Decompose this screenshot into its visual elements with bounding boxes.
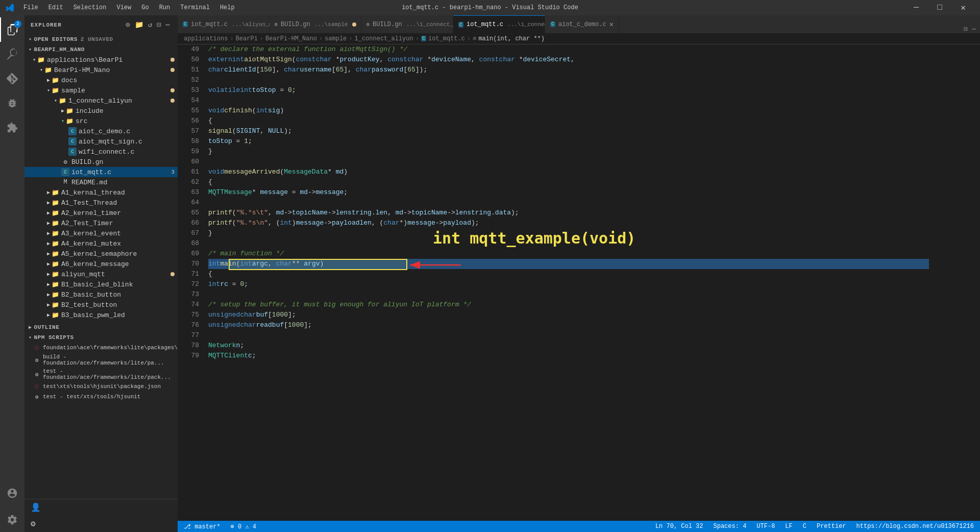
tree-item-a2kernel[interactable]: ▶ 📁 A2_kernel_timer xyxy=(24,208,178,218)
menu-help[interactable]: Help xyxy=(216,3,239,12)
code-editor[interactable]: 4950515253545556575859606162636465666768… xyxy=(178,44,980,521)
menu-selection[interactable]: Selection xyxy=(69,3,111,12)
npm-scripts-header[interactable]: ▾ NPM SCRIPTS xyxy=(24,332,178,343)
activity-git[interactable] xyxy=(0,66,24,91)
npm-folder-2[interactable]: ⬡ test\xts\tools\hjsunit\package.json xyxy=(24,381,178,392)
activity-extensions[interactable] xyxy=(0,115,24,140)
breadcrumb-bearpi[interactable]: BearPi xyxy=(236,35,258,42)
menu-edit[interactable]: Edit xyxy=(44,3,67,12)
tree-arrow: ▶ xyxy=(61,108,64,114)
breadcrumb-bearpi-hm[interactable]: BearPi-HM_Nano xyxy=(265,35,317,42)
sidebar-header-icons[interactable]: ⊕ 📁 ↺ ⊟ ⋯ xyxy=(125,19,172,30)
more-icon[interactable]: ⋯ xyxy=(165,19,172,30)
menu-terminal[interactable]: Terminal xyxy=(176,3,214,12)
menu-run[interactable]: Run xyxy=(155,3,175,12)
tree-arrow: ▶ xyxy=(47,281,50,287)
tree-item-include[interactable]: ▶ 📁 include xyxy=(24,106,178,116)
activity-search[interactable] xyxy=(0,42,24,66)
tree-item-a5kernel[interactable]: ▶ 📁 A5_kernel_semaphore xyxy=(24,249,178,259)
titlebar-menu[interactable]: File Edit Selection View Go Run Terminal… xyxy=(19,3,239,12)
menu-go[interactable]: Go xyxy=(137,3,153,12)
refresh-icon[interactable]: ↺ xyxy=(147,19,154,30)
tab-right-icons[interactable]: ⊟ ⋯ xyxy=(964,25,980,33)
account-icon: 👤 xyxy=(31,502,41,513)
tree-item-a3kernel[interactable]: ▶ 📁 A3_kernel_event xyxy=(24,228,178,238)
breadcrumb-sample[interactable]: sample xyxy=(325,35,347,42)
code-line: int main(int argc, char** argv) xyxy=(208,259,929,269)
split-editor-icon[interactable]: ⊟ xyxy=(964,25,968,33)
tab-label: BUILD.gn xyxy=(373,21,402,28)
minimap[interactable] xyxy=(929,44,980,521)
tab-iot-mqtt-1connect[interactable]: C iot_mqtt.c ...\1_connect_aliyun xyxy=(453,15,545,33)
tree-item-aliyun[interactable]: ▶ 📁 aliyun_mqtt xyxy=(24,269,178,279)
tree-item-applications[interactable]: ▾ 📁 applications\BearPi xyxy=(24,55,178,65)
tab-iot-mqtt-aliyun[interactable]: C iot_mqtt.c ...\aliyun_mqtt ✕ xyxy=(178,15,270,33)
tab-aiot-demo[interactable]: C aiot_c_demo.c ✕ xyxy=(545,15,619,33)
npm-script-test[interactable]: ⚙ test - foundation/ace/frameworks/lite/… xyxy=(24,367,178,381)
tree-item-src[interactable]: ▾ 📁 src xyxy=(24,116,178,126)
npm-script-test2[interactable]: ⚙ test - test/xts/tools/hjsunit xyxy=(24,392,178,402)
tree-item-a4kernel[interactable]: ▶ 📁 A4_kernel_mutex xyxy=(24,238,178,249)
code-content[interactable]: /* declare the external function aiotMqt… xyxy=(203,44,929,521)
more-actions-icon[interactable]: ⋯ xyxy=(972,25,976,33)
outline-header[interactable]: ▶ OUTLINE xyxy=(24,322,178,332)
cursor-position[interactable]: Ln 70, Col 32 xyxy=(653,523,705,530)
titlebar-controls[interactable]: ─ □ ✕ xyxy=(904,0,975,15)
spaces[interactable]: Spaces: 4 xyxy=(712,523,749,530)
activity-settings[interactable] xyxy=(0,507,24,532)
activity-explorer[interactable]: 2 xyxy=(0,17,24,42)
error-warning-count[interactable]: ⊗ 0 ⚠ 4 xyxy=(229,523,258,530)
line-number: 63 xyxy=(178,187,199,198)
tree-item-aiot-demo[interactable]: C aiot_c_demo.c xyxy=(24,126,178,136)
encoding[interactable]: UTF-8 xyxy=(754,523,777,530)
tree-item-aiot-mqtt-sign[interactable]: C aiot_mqtt_sign.c xyxy=(24,136,178,147)
breadcrumb-sep: › xyxy=(319,35,323,42)
tree-item-iot-mqtt[interactable]: C iot_mqtt.c 3 xyxy=(24,167,178,177)
tabs-bar: C iot_mqtt.c ...\aliyun_mqtt ✕ ⚙ BUILD.g… xyxy=(178,15,980,33)
tab-build-sample[interactable]: ⚙ BUILD.gn ...\sample xyxy=(270,15,361,33)
breadcrumb-iot-mqtt[interactable]: iot_mqtt.c xyxy=(428,35,465,42)
tree-item-buildgn[interactable]: ⚙ BUILD.gn xyxy=(24,157,178,167)
activity-account[interactable] xyxy=(0,481,24,505)
language-mode[interactable]: C xyxy=(801,523,808,530)
new-file-icon[interactable]: ⊕ xyxy=(125,19,131,30)
minimize-button[interactable]: ─ xyxy=(904,0,928,15)
git-branch[interactable]: ⎇ master* xyxy=(182,523,223,530)
new-folder-icon[interactable]: 📁 xyxy=(134,19,145,30)
tree-item-readme[interactable]: M README.md xyxy=(24,177,178,187)
menu-view[interactable]: View xyxy=(112,3,135,12)
breadcrumb-func[interactable]: main(int, char **) xyxy=(478,35,545,42)
tree-item-a6kernel[interactable]: ▶ 📁 A6_kernel_message xyxy=(24,259,178,269)
npm-folder-1[interactable]: ⬡ foundation\ace\frameworks\lite\package… xyxy=(24,343,178,353)
npm-script-build[interactable]: ⚙ build - foundation/ace/frameworks/lite… xyxy=(24,353,178,367)
tree-item-a1test[interactable]: ▶ 📁 A1_Test_Thread xyxy=(24,198,178,208)
menu-file[interactable]: File xyxy=(19,3,42,12)
tree-item-1connect[interactable]: ▾ 📁 1_connect_aliyun xyxy=(24,95,178,106)
tab-close-button[interactable]: ✕ xyxy=(609,20,614,29)
formatter[interactable]: Prettier xyxy=(815,523,848,530)
blog-link[interactable]: https://blog.csdn.net/u013671216 xyxy=(854,523,976,530)
collapse-icon[interactable]: ⊟ xyxy=(156,19,162,30)
project-header[interactable]: ▾ BEARPI_HM_NANO xyxy=(24,44,178,55)
tree-item-a2test[interactable]: ▶ 📁 A2_Test_Timer xyxy=(24,218,178,228)
settings-item[interactable]: ⚙ xyxy=(24,516,178,532)
tree-item-wifi-connect[interactable]: C wifi_connect.c xyxy=(24,147,178,157)
line-ending[interactable]: LF xyxy=(783,523,794,530)
tree-item-a1kernal[interactable]: ▶ 📁 A1_kernal_thread xyxy=(24,187,178,198)
maximize-button[interactable]: □ xyxy=(928,0,951,15)
tree-item-docs[interactable]: ▶ 📁 docs xyxy=(24,75,178,85)
tree-item-bearpi[interactable]: ▾ 📁 BearPi-HM_Nano xyxy=(24,65,178,75)
tree-item-sample[interactable]: ▾ 📁 sample xyxy=(24,85,178,95)
close-button[interactable]: ✕ xyxy=(951,0,975,15)
tab-build-1connect[interactable]: ⚙ BUILD.gn ...\1_connect_aliyun ✕ xyxy=(361,15,453,33)
tree-item-b3[interactable]: ▶ 📁 B3_basic_pwm_led xyxy=(24,310,178,320)
gn-file-icon: ⚙ xyxy=(61,158,69,166)
account-item[interactable]: 👤 xyxy=(24,499,178,516)
tree-item-b2basic[interactable]: ▶ 📁 B2_basic_button xyxy=(24,289,178,300)
tree-item-b1[interactable]: ▶ 📁 B1_basic_led_blink xyxy=(24,279,178,289)
activity-debug[interactable] xyxy=(0,91,24,115)
breadcrumb-1connect[interactable]: 1_connect_aliyun xyxy=(355,35,413,42)
open-editors-header[interactable]: ▾ OPEN EDITORS 2 UNSAVED xyxy=(24,34,178,44)
tree-item-b2test[interactable]: ▶ 📁 B2_test_button xyxy=(24,300,178,310)
breadcrumb-applications[interactable]: applications xyxy=(184,35,228,42)
